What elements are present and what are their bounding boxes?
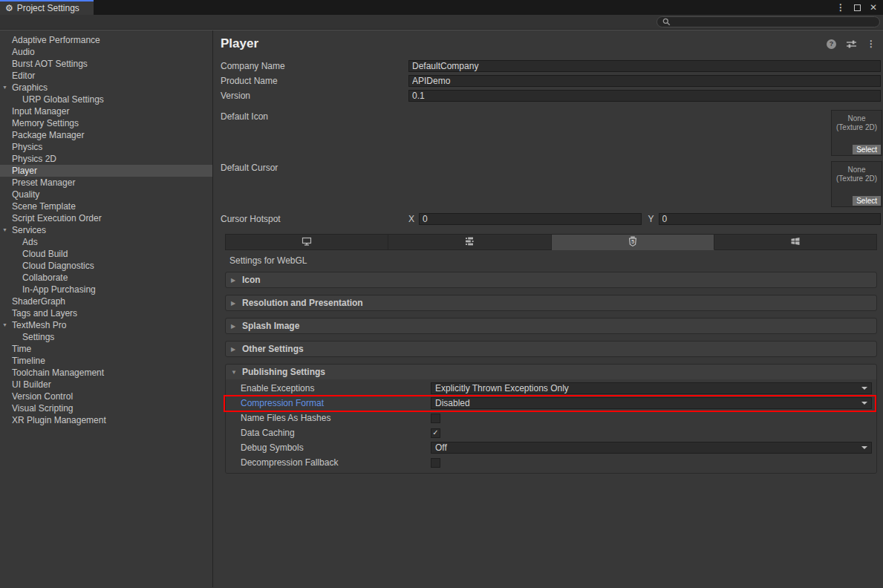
title-bar: ⚙ Project Settings ⋮ ✕ (0, 0, 883, 15)
version-input[interactable] (408, 90, 881, 102)
data-caching-label: Data Caching (241, 428, 431, 438)
debug-symbols-dropdown[interactable]: Off (431, 442, 872, 454)
foldout-expanded-icon[interactable]: ▼ (2, 322, 7, 328)
sidebar-item-label: Tags and Layers (0, 308, 77, 318)
sidebar-item-xr-plugin-management[interactable]: XR Plugin Management (0, 414, 212, 426)
compression-format-label: Compression Format (241, 398, 431, 408)
foldout-collapsed-icon[interactable]: ▶ (231, 277, 238, 284)
section-header-resolution-and-presentation[interactable]: ▶Resolution and Presentation (226, 295, 876, 310)
sidebar-item-cloud-diagnostics[interactable]: Cloud Diagnostics (0, 260, 212, 272)
sidebar-item-label: Input Manager (0, 106, 69, 117)
platform-tab-windows-store[interactable] (714, 234, 877, 250)
sidebar-item-physics[interactable]: Physics (0, 141, 212, 153)
foldout-expanded-icon[interactable]: ▼ (231, 369, 238, 376)
window-title: Project Settings (17, 3, 79, 13)
search-input[interactable] (674, 17, 874, 27)
sidebar-item-visual-scripting[interactable]: Visual Scripting (0, 402, 212, 414)
default-cursor-select-button[interactable]: Select (853, 196, 881, 206)
sidebar-item-package-manager[interactable]: Package Manager (0, 129, 212, 141)
decompression-fallback-checkbox[interactable] (431, 458, 440, 468)
sidebar-item-services[interactable]: ▼Services (0, 224, 212, 236)
sidebar-item-preset-manager[interactable]: Preset Manager (0, 177, 212, 189)
setting-row-compression-format: Compression FormatDisabled (226, 396, 872, 411)
default-icon-select-button[interactable]: Select (853, 145, 881, 154)
sidebar-item-quality[interactable]: Quality (0, 189, 212, 200)
company-name-input[interactable] (408, 60, 881, 72)
help-icon[interactable]: ? (827, 39, 836, 49)
section-body-publishing-settings: Enable ExceptionsExplicitly Thrown Excep… (226, 379, 876, 473)
sidebar-item-label: Editor (0, 71, 35, 81)
sidebar-item-script-execution-order[interactable]: Script Execution Order (0, 212, 212, 224)
sidebar-item-graphics[interactable]: ▼Graphics (0, 82, 212, 94)
sidebar-item-in-app-purchasing[interactable]: In-App Purchasing (0, 284, 212, 295)
sidebar-item-urp-global-settings[interactable]: URP Global Settings (0, 94, 212, 105)
sidebar-item-label: Package Manager (0, 130, 84, 140)
name-files-as-hashes-checkbox[interactable] (431, 414, 440, 423)
texture-value-line2: (Texture 2D) (832, 174, 882, 183)
platform-tab-dedicated-server[interactable] (388, 234, 551, 250)
sidebar-item-time[interactable]: Time (0, 343, 212, 355)
sidebar-item-input-manager[interactable]: Input Manager (0, 105, 212, 117)
sidebar-item-label: UI Builder (0, 379, 51, 390)
hotspot-x-input[interactable] (419, 213, 642, 225)
decompression-fallback-label: Decompression Fallback (241, 457, 431, 468)
data-caching-checkbox[interactable]: ✓ (431, 428, 440, 438)
sidebar-item-timeline[interactable]: Timeline (0, 355, 212, 367)
sidebar-item-scene-template[interactable]: Scene Template (0, 200, 212, 212)
section-header-publishing-settings[interactable]: ▼Publishing Settings (226, 365, 876, 379)
enable-exceptions-dropdown[interactable]: Explicitly Thrown Exceptions Only (431, 382, 872, 394)
name-files-as-hashes-label: Name Files As Hashes (241, 413, 431, 423)
section-header-other-settings[interactable]: ▶Other Settings (226, 342, 876, 356)
sidebar-item-tags-and-layers[interactable]: Tags and Layers (0, 307, 212, 319)
foldout-expanded-icon[interactable]: ▼ (2, 85, 7, 91)
sidebar-item-memory-settings[interactable]: Memory Settings (0, 117, 212, 129)
platform-tab-webgl[interactable]: 5 (552, 234, 714, 250)
sidebar-item-label: Toolchain Management (0, 368, 104, 378)
sidebar-item-collaborate[interactable]: Collaborate (0, 272, 212, 284)
html5-shield-icon: 5 (627, 235, 639, 249)
hotspot-y-input[interactable] (659, 213, 882, 225)
default-icon-thumbnail[interactable]: None (Texture 2D) Select (831, 110, 882, 156)
default-cursor-thumbnail[interactable]: None (Texture 2D) Select (831, 161, 882, 207)
search-box[interactable] (656, 16, 880, 27)
dropdown-selected-value: Disabled (435, 398, 470, 408)
foldout-collapsed-icon[interactable]: ▶ (231, 300, 238, 307)
sidebar-item-audio[interactable]: Audio (0, 46, 212, 58)
sidebar-item-settings[interactable]: Settings (0, 331, 212, 343)
sidebar-item-ui-builder[interactable]: UI Builder (0, 379, 212, 391)
setting-row-enable-exceptions: Enable ExceptionsExplicitly Thrown Excep… (226, 381, 872, 396)
more-kebab-icon[interactable]: ⋮ (867, 39, 876, 49)
platform-tab-standalone[interactable] (225, 234, 388, 250)
content-area: Adaptive PerformanceAudioBurst AOT Setti… (0, 30, 883, 587)
section-header-icon[interactable]: ▶Icon (226, 272, 876, 287)
sidebar-item-version-control[interactable]: Version Control (0, 391, 212, 402)
sidebar-item-editor[interactable]: Editor (0, 70, 212, 82)
sidebar-item-physics-2d[interactable]: Physics 2D (0, 153, 212, 165)
identity-fields: Company NameProduct NameVersion (221, 59, 881, 103)
section-header-splash-image[interactable]: ▶Splash Image (226, 318, 876, 333)
sidebar-item-textmesh-pro[interactable]: ▼TextMesh Pro (0, 319, 212, 331)
window-menu-kebab-icon[interactable]: ⋮ (836, 2, 845, 13)
sidebar-item-shadergraph[interactable]: ShaderGraph (0, 295, 212, 307)
sidebar-item-adaptive-performance[interactable]: Adaptive Performance (0, 34, 212, 46)
texture-value-line2: (Texture 2D) (832, 123, 882, 132)
foldout-collapsed-icon[interactable]: ▶ (231, 323, 238, 330)
presets-sliders-icon[interactable] (846, 39, 857, 49)
close-icon[interactable]: ✕ (870, 2, 877, 13)
compression-format-dropdown[interactable]: Disabled (431, 397, 872, 409)
search-icon (662, 18, 671, 26)
sidebar-item-ads[interactable]: Ads (0, 236, 212, 248)
sidebar-item-player[interactable]: Player (0, 165, 212, 177)
foldout-collapsed-icon[interactable]: ▶ (231, 346, 238, 353)
product-name-input[interactable] (408, 75, 881, 87)
sidebar-item-toolchain-management[interactable]: Toolchain Management (0, 367, 212, 379)
sidebar-item-cloud-build[interactable]: Cloud Build (0, 248, 212, 260)
page-title: Player (221, 36, 827, 51)
foldout-expanded-icon[interactable]: ▼ (2, 227, 7, 233)
dropdown-caret-icon (861, 446, 867, 449)
tab-project-settings[interactable]: ⚙ Project Settings (0, 0, 94, 15)
hotspot-y-group: Y (648, 213, 882, 225)
sidebar-item-burst-aot-settings[interactable]: Burst AOT Settings (0, 58, 212, 70)
settings-for-label: Settings for WebGL (225, 255, 877, 267)
maximize-icon[interactable] (854, 4, 861, 11)
